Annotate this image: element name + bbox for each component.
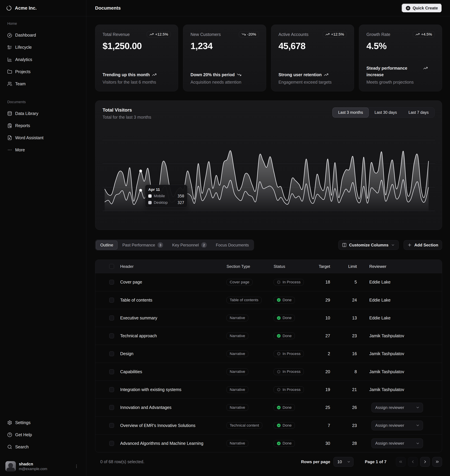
limit-value[interactable]: 28 (352, 441, 359, 446)
row-checkbox[interactable] (109, 298, 114, 302)
target-value[interactable]: 2 (328, 351, 332, 356)
drag-handle-icon[interactable] (100, 334, 104, 338)
range-option-last-30-days[interactable]: Last 30 days (369, 108, 403, 117)
limit-value[interactable]: 5 (355, 280, 359, 284)
assign-reviewer-select[interactable]: Assign reviewer (371, 438, 423, 448)
target-value[interactable]: 25 (325, 405, 332, 410)
row-header[interactable]: Capabilities (120, 369, 226, 374)
drag-handle-icon[interactable] (100, 298, 104, 302)
limit-value[interactable]: 24 (352, 298, 359, 302)
sidebar-header[interactable]: Acme Inc. (0, 0, 86, 16)
sidebar-item-settings[interactable]: Settings (5, 418, 81, 428)
target-value[interactable]: 27 (325, 333, 332, 338)
row-checkbox[interactable] (109, 315, 114, 320)
row-menu-icon[interactable] (433, 315, 438, 320)
row-header[interactable]: Table of contents (120, 298, 226, 302)
target-value[interactable]: 29 (325, 298, 332, 302)
status-badge: Done (274, 297, 295, 303)
trending-down-icon (242, 32, 246, 36)
row-menu-icon[interactable] (433, 333, 438, 338)
row-menu-icon[interactable] (433, 280, 438, 285)
row-menu-icon[interactable] (433, 298, 438, 302)
row-header[interactable]: Executive summary (120, 315, 226, 320)
target-value[interactable]: 18 (325, 280, 332, 284)
drag-handle-icon[interactable] (100, 388, 104, 392)
row-menu-icon[interactable] (433, 369, 438, 374)
stat-title: Active Accounts (278, 31, 308, 37)
prev-page-button[interactable] (408, 457, 418, 467)
limit-value[interactable]: 16 (352, 351, 359, 356)
limit-value[interactable]: 13 (352, 315, 359, 320)
limit-value[interactable]: 26 (352, 405, 359, 410)
tab-outline[interactable]: Outline (96, 241, 117, 250)
row-menu-icon[interactable] (433, 405, 438, 410)
row-header[interactable]: Overview of EMR's Innovative Solutions (120, 423, 226, 428)
row-checkbox[interactable] (109, 423, 114, 428)
sidebar-item-word-assistant[interactable]: Word Assistant (5, 133, 81, 143)
add-section-button[interactable]: Add Section (404, 240, 442, 250)
target-value[interactable]: 30 (325, 441, 332, 446)
table-row: Executive summary Narrative Done 10 13 E… (95, 309, 442, 327)
select-all-checkbox[interactable] (109, 264, 114, 269)
tab-past-performance[interactable]: Past Performance3 (118, 241, 167, 250)
limit-value[interactable]: 8 (355, 369, 359, 374)
row-menu-icon[interactable] (433, 441, 438, 446)
tab-key-personnel[interactable]: Key Personnel2 (168, 241, 211, 250)
first-page-button[interactable] (396, 457, 406, 467)
row-checkbox[interactable] (109, 333, 114, 338)
sidebar-item-team[interactable]: Team (5, 79, 81, 89)
assign-reviewer-select[interactable]: Assign reviewer (371, 403, 423, 412)
range-option-last-7-days[interactable]: Last 7 days (403, 108, 434, 117)
limit-value[interactable]: 23 (352, 333, 359, 338)
sidebar-item-dashboard[interactable]: Dashboard (5, 30, 81, 40)
row-checkbox[interactable] (109, 280, 114, 285)
next-page-button[interactable] (420, 457, 430, 467)
row-checkbox[interactable] (109, 405, 114, 410)
sidebar-item-analytics[interactable]: Analytics (5, 55, 81, 64)
row-checkbox[interactable] (109, 369, 114, 374)
target-value[interactable]: 19 (325, 387, 332, 392)
row-header[interactable]: Design (120, 351, 226, 356)
drag-handle-icon[interactable] (100, 280, 104, 284)
drag-handle-icon[interactable] (100, 423, 104, 427)
row-header[interactable]: Cover page (120, 280, 226, 284)
row-menu-icon[interactable] (433, 351, 438, 356)
row-header[interactable]: Innovation and Advantages (120, 405, 226, 410)
limit-value[interactable]: 21 (352, 387, 359, 392)
sidebar-item-more[interactable]: More (5, 145, 81, 155)
sidebar-item-reports[interactable]: Reports (5, 121, 81, 131)
drag-handle-icon[interactable] (100, 316, 104, 320)
stat-footer-primary: Trending up this month (103, 71, 171, 78)
customize-columns-button[interactable]: Customize Columns (338, 240, 399, 250)
drag-handle-icon[interactable] (100, 370, 104, 374)
sidebar-item-lifecycle[interactable]: Lifecycle (5, 42, 81, 52)
target-value[interactable]: 20 (325, 369, 332, 374)
row-header[interactable]: Advanced Algorithms and Machine Learning (120, 441, 226, 446)
tab-focus-documents[interactable]: Focus Documents (212, 241, 253, 250)
sidebar-item-data-library[interactable]: Data Library (5, 109, 81, 118)
row-checkbox[interactable] (109, 441, 114, 446)
last-page-button[interactable] (432, 457, 442, 467)
row-menu-icon[interactable] (433, 387, 438, 392)
target-value[interactable]: 7 (328, 423, 332, 428)
area-chart[interactable]: Apr 11 Mobile 350 Desktop 327 (103, 121, 435, 218)
status-badge: Done (274, 315, 295, 321)
row-header[interactable]: Technical approach (120, 333, 226, 338)
assign-reviewer-select[interactable]: Assign reviewer (371, 421, 423, 430)
sidebar-item-search[interactable]: Search (5, 442, 81, 452)
sidebar-item-get-help[interactable]: Get Help (5, 430, 81, 440)
sidebar-item-projects[interactable]: Projects (5, 67, 81, 76)
rows-per-page-select[interactable]: 10 (333, 457, 354, 467)
row-checkbox[interactable] (109, 351, 114, 356)
quick-create-button[interactable]: Quick Create (401, 3, 442, 13)
row-header[interactable]: Integration with existing systems (120, 387, 226, 392)
limit-value[interactable]: 23 (352, 423, 359, 428)
row-menu-icon[interactable] (433, 423, 438, 428)
user-menu[interactable]: shadcn m@example.com (5, 459, 81, 474)
row-checkbox[interactable] (109, 387, 114, 392)
drag-handle-icon[interactable] (100, 352, 104, 356)
drag-handle-icon[interactable] (100, 441, 104, 446)
target-value[interactable]: 10 (325, 315, 332, 320)
range-option-last-3-months[interactable]: Last 3 months (332, 108, 369, 117)
drag-handle-icon[interactable] (100, 405, 104, 410)
